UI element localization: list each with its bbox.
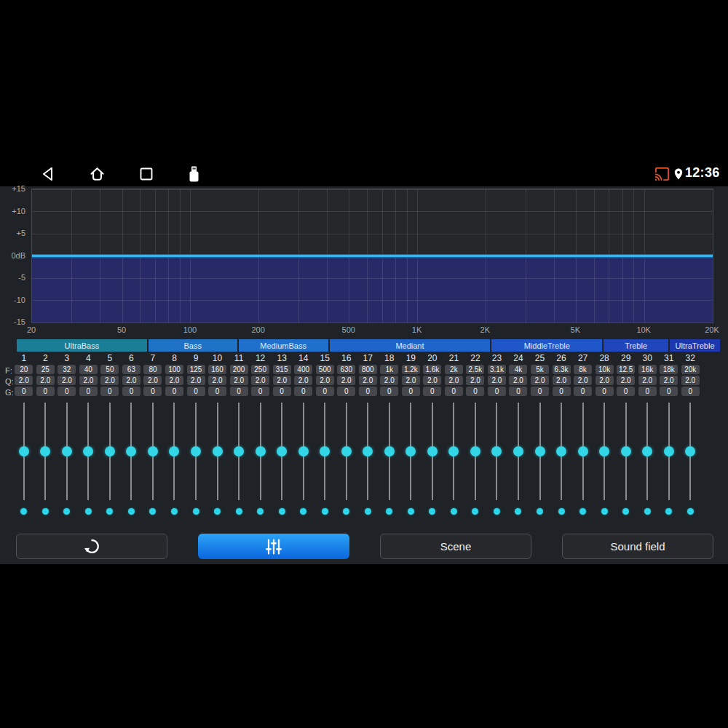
eq-gain-slider[interactable] bbox=[464, 400, 486, 503]
slider-knob[interactable] bbox=[685, 446, 695, 456]
recents-icon[interactable] bbox=[139, 167, 154, 181]
slider-indicator-dot bbox=[128, 508, 135, 515]
slider-knob[interactable] bbox=[578, 446, 588, 456]
eq-gain-slider[interactable] bbox=[250, 400, 272, 503]
eq-gain-slider[interactable] bbox=[486, 400, 508, 503]
slider-knob[interactable] bbox=[62, 446, 72, 456]
slider-indicator-dot bbox=[408, 508, 414, 515]
slider-knob[interactable] bbox=[19, 446, 29, 456]
slider-indicator-dot bbox=[42, 508, 49, 515]
eq-gain-slider[interactable] bbox=[679, 400, 701, 503]
equalizer-button[interactable] bbox=[198, 534, 349, 559]
eq-gain-slider[interactable] bbox=[572, 400, 594, 503]
gain-value-box: 0 bbox=[208, 387, 226, 396]
slider-knob[interactable] bbox=[405, 446, 416, 456]
cast-icon bbox=[654, 167, 670, 181]
slider-knob[interactable] bbox=[664, 446, 674, 456]
slider-knob[interactable] bbox=[470, 446, 480, 456]
slider-knob[interactable] bbox=[105, 446, 115, 456]
eq-gain-slider[interactable] bbox=[357, 400, 379, 503]
slider-knob[interactable] bbox=[40, 446, 50, 456]
slider-knob[interactable] bbox=[148, 446, 158, 456]
eq-gain-slider[interactable] bbox=[185, 400, 207, 503]
eq-gain-slider[interactable] bbox=[443, 400, 465, 503]
eq-gain-slider[interactable] bbox=[293, 400, 314, 503]
gain-value-box: 0 bbox=[596, 387, 614, 396]
slider-knob[interactable] bbox=[256, 446, 266, 456]
eq-gain-slider[interactable] bbox=[336, 400, 357, 503]
eq-gain-slider[interactable] bbox=[56, 400, 78, 503]
slider-knob[interactable] bbox=[427, 446, 438, 456]
eq-gain-slider[interactable] bbox=[422, 400, 443, 503]
eq-gain-slider[interactable] bbox=[658, 400, 680, 503]
freq-value-box: 32 bbox=[58, 365, 76, 374]
slider-knob[interactable] bbox=[213, 446, 223, 456]
slider-indicator-dot bbox=[579, 508, 586, 515]
slider-knob[interactable] bbox=[320, 446, 330, 456]
reset-button[interactable] bbox=[16, 534, 167, 559]
freq-value-box: 800 bbox=[359, 365, 377, 374]
eq-gain-slider[interactable] bbox=[121, 400, 143, 503]
slider-knob[interactable] bbox=[277, 446, 287, 456]
eq-gain-slider[interactable] bbox=[13, 400, 35, 503]
q-value-box: 2.0 bbox=[509, 376, 527, 385]
slider-knob[interactable] bbox=[448, 446, 459, 456]
eq-gain-slider[interactable] bbox=[228, 400, 250, 503]
eq-gain-slider[interactable] bbox=[164, 400, 186, 503]
slider-knob[interactable] bbox=[126, 446, 136, 456]
eq-gain-slider[interactable] bbox=[507, 400, 529, 503]
slider-knob[interactable] bbox=[491, 446, 502, 456]
channel-number: 16 bbox=[336, 353, 357, 363]
eq-response-chart bbox=[31, 189, 713, 323]
slider-knob[interactable] bbox=[535, 446, 545, 456]
slider-knob[interactable] bbox=[169, 446, 179, 456]
freq-value-box: 1k bbox=[380, 365, 398, 374]
eq-gain-slider[interactable] bbox=[636, 400, 658, 503]
eq-gain-slider[interactable] bbox=[314, 400, 336, 503]
frequency-axis-label: 100 bbox=[183, 325, 197, 334]
eq-gain-slider[interactable] bbox=[593, 400, 615, 503]
channel-number: 5 bbox=[99, 353, 121, 363]
eq-gain-slider[interactable] bbox=[379, 400, 400, 503]
slider-knob[interactable] bbox=[298, 446, 309, 456]
slider-knob[interactable] bbox=[642, 446, 652, 456]
band-header-row: UltraBassBassMediumBassMediantMiddleTreb… bbox=[17, 339, 720, 352]
slider-knob[interactable] bbox=[621, 446, 631, 456]
q-value-box: 2.0 bbox=[423, 376, 441, 385]
eq-gain-slider[interactable] bbox=[99, 400, 121, 503]
slider-knob[interactable] bbox=[191, 446, 201, 456]
gain-value-box: 0 bbox=[488, 387, 506, 396]
scene-button[interactable]: Scene bbox=[380, 534, 531, 559]
eq-gain-slider[interactable] bbox=[615, 400, 637, 503]
slider-knob[interactable] bbox=[513, 446, 523, 456]
eq-gain-slider[interactable] bbox=[35, 400, 57, 503]
slider-knob[interactable] bbox=[599, 446, 609, 456]
eq-gain-slider[interactable] bbox=[400, 400, 422, 503]
slider-knob[interactable] bbox=[363, 446, 373, 456]
slider-knob[interactable] bbox=[83, 446, 93, 456]
slider-indicator-dot bbox=[20, 508, 27, 515]
slider-indicator-dot bbox=[300, 508, 306, 515]
eq-gain-slider[interactable] bbox=[207, 400, 229, 503]
slider-knob[interactable] bbox=[384, 446, 395, 456]
eq-gain-slider[interactable] bbox=[78, 400, 100, 503]
slider-knob[interactable] bbox=[341, 446, 352, 456]
gain-value-box: 0 bbox=[273, 387, 291, 396]
usb-icon[interactable] bbox=[189, 165, 199, 183]
eq-gain-slider[interactable] bbox=[529, 400, 551, 503]
back-icon[interactable] bbox=[40, 166, 56, 182]
eq-slider-bank bbox=[13, 400, 701, 503]
gain-value-box: 0 bbox=[359, 387, 377, 396]
freq-value-box: 100 bbox=[165, 365, 183, 374]
eq-gain-slider[interactable] bbox=[550, 400, 572, 503]
band-header: Bass bbox=[149, 339, 237, 352]
gain-value-box: 0 bbox=[380, 387, 398, 396]
slider-knob[interactable] bbox=[556, 446, 566, 456]
eq-gain-slider[interactable] bbox=[142, 400, 164, 503]
sound-field-button[interactable]: Sound field bbox=[562, 534, 713, 559]
home-icon[interactable] bbox=[89, 166, 106, 183]
gain-value-box: 0 bbox=[466, 387, 484, 396]
eq-gain-slider[interactable] bbox=[271, 400, 293, 503]
slider-knob[interactable] bbox=[234, 446, 244, 456]
eq-fill-below-curve bbox=[32, 256, 713, 323]
